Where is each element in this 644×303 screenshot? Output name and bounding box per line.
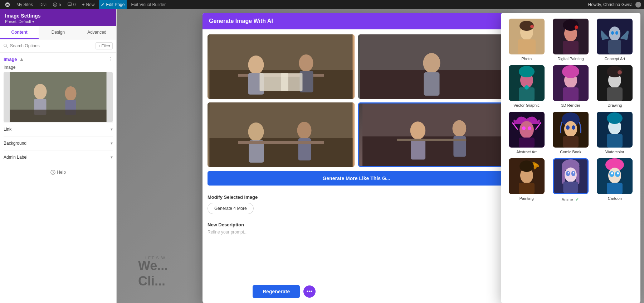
canvas-background: LET'S W... We...Cli... Generate Image Wi… [117, 9, 644, 303]
style-abstract-art[interactable]: Abstract Art [507, 112, 546, 154]
generate-more-button[interactable]: Generate More Like This G... [208, 171, 505, 186]
howdy-text: Howdy, Christina Gwira [588, 2, 633, 7]
sidebar-title: Image Settings [5, 13, 111, 19]
style-drawing-image [597, 65, 633, 101]
help-icon: ? [50, 170, 55, 175]
sidebar-preset[interactable]: Preset: Default ▾ [5, 19, 111, 24]
style-3drender-label: 3D Render [561, 103, 580, 107]
style-comicbook-label: Comic Book [560, 150, 581, 154]
svg-rect-67 [563, 87, 579, 101]
admin-bar: W My Sites Divi 5 5 0 0 + New Edit Page … [0, 0, 644, 9]
new-description-section: New Description Refine your prompt... [208, 222, 505, 235]
divi-link[interactable]: Divi [37, 0, 49, 9]
svg-point-54 [575, 25, 578, 29]
svg-point-102 [573, 172, 575, 174]
image-field-label: Image [4, 65, 113, 70]
sidebar-tabs: Content Design Advanced [0, 26, 116, 39]
generated-image-3[interactable] [208, 102, 355, 167]
svg-point-40 [410, 121, 426, 139]
svg-point-59 [615, 31, 618, 35]
style-anime-image [553, 158, 589, 194]
style-abstract-label: Abstract Art [516, 150, 537, 154]
svg-rect-71 [607, 87, 623, 101]
svg-point-110 [617, 172, 619, 174]
svg-rect-44 [397, 139, 466, 141]
style-drawing[interactable]: Drawing [595, 65, 635, 107]
edit-page-link[interactable]: Edit Page [99, 0, 127, 9]
generated-image-4[interactable] [358, 102, 505, 167]
tab-advanced[interactable]: Advanced [78, 26, 116, 39]
main-canvas: LET'S W... We...Cli... Generate Image Wi… [117, 9, 644, 303]
svg-point-35 [297, 122, 312, 139]
generate4-button[interactable]: Generate 4 More [208, 203, 254, 214]
svg-point-75 [519, 121, 534, 138]
modify-section: Modify Selected Image Generate 4 More [208, 190, 505, 214]
regenerate-button[interactable]: Regenerate [253, 285, 300, 298]
style-photo[interactable]: Photo [507, 19, 546, 61]
style-vector-graphic[interactable]: Vector Graphic [507, 65, 546, 107]
svg-rect-76 [519, 138, 535, 148]
regen-area: Regenerate ••• [253, 285, 316, 298]
svg-point-77 [522, 126, 526, 130]
generated-image-1[interactable] [208, 34, 355, 99]
svg-point-83 [566, 125, 570, 130]
style-concept-art[interactable]: Concept Art [595, 19, 635, 61]
svg-point-81 [564, 121, 577, 137]
style-cartoon[interactable]: Cartoon [595, 158, 635, 202]
svg-text:0: 0 [69, 4, 70, 6]
style-painting-image [509, 158, 545, 194]
svg-point-21 [248, 56, 264, 74]
exit-builder-link[interactable]: Exit Visual Builder [129, 0, 168, 9]
style-vector-label: Vector Graphic [513, 103, 540, 107]
svg-rect-98 [563, 182, 578, 193]
svg-point-73 [618, 70, 622, 74]
dots-menu-button[interactable]: ••• [303, 285, 316, 298]
style-digital-painting[interactable]: Digital Painting [551, 19, 590, 61]
svg-rect-57 [608, 40, 621, 54]
generate-dialog-body: Generate More Like This G... Modify Sele… [203, 29, 510, 303]
style-abstract-image [509, 112, 545, 148]
svg-point-64 [525, 85, 529, 90]
svg-rect-30 [424, 72, 440, 96]
image-section-dots[interactable]: ⋮ [108, 56, 113, 62]
user-avatar[interactable] [635, 2, 641, 8]
wp-logo[interactable]: W [3, 0, 12, 9]
generate-dialog: Generate Image With AI [203, 13, 510, 303]
svg-point-29 [423, 53, 440, 73]
svg-point-68 [562, 65, 579, 78]
style-drawing-label: Drawing [608, 103, 622, 107]
my-sites-link[interactable]: My Sites [14, 0, 35, 9]
new-link[interactable]: + New [80, 0, 97, 9]
image-section-title: Image ▲ [4, 56, 24, 62]
link-section[interactable]: Link ▾ [4, 122, 113, 136]
svg-rect-47 [518, 39, 536, 54]
svg-point-78 [528, 126, 531, 130]
style-anime[interactable]: Anime ✓ [551, 158, 590, 202]
style-comicbook-image [553, 112, 589, 148]
style-picker-panel: Photo Digital Painting [501, 13, 640, 303]
admin-label-section[interactable]: Admin Label ▾ [4, 150, 113, 164]
generated-image-2[interactable] [358, 34, 505, 99]
search-input[interactable] [10, 43, 93, 48]
svg-rect-106 [607, 183, 623, 194]
style-concept-label: Concept Art [605, 57, 625, 61]
tab-content[interactable]: Content [0, 26, 39, 39]
style-3drender-image [553, 65, 589, 101]
style-watercolor[interactable]: Watercolor [595, 112, 635, 154]
comments-link[interactable]: 0 0 [65, 0, 78, 9]
svg-rect-87 [607, 134, 623, 148]
style-3d-render[interactable]: 3D Render [551, 65, 590, 107]
updates-link[interactable]: 5 5 [51, 0, 63, 9]
tab-design[interactable]: Design [39, 26, 77, 39]
style-painting[interactable]: Painting [507, 158, 546, 202]
image-toggle[interactable]: ▲ [19, 56, 24, 62]
svg-point-12 [65, 86, 77, 101]
filter-button[interactable]: + Filter [96, 42, 113, 49]
style-comic-book[interactable]: Comic Book [551, 112, 590, 154]
style-digital-image [553, 19, 589, 54]
image-thumbnail[interactable] [4, 72, 113, 122]
sidebar-header: Image Settings Preset: Default ▾ [0, 9, 116, 26]
background-section[interactable]: Background ▾ [4, 136, 113, 150]
help-area[interactable]: ? Help [4, 164, 113, 181]
style-cartoon-label: Cartoon [608, 196, 622, 201]
